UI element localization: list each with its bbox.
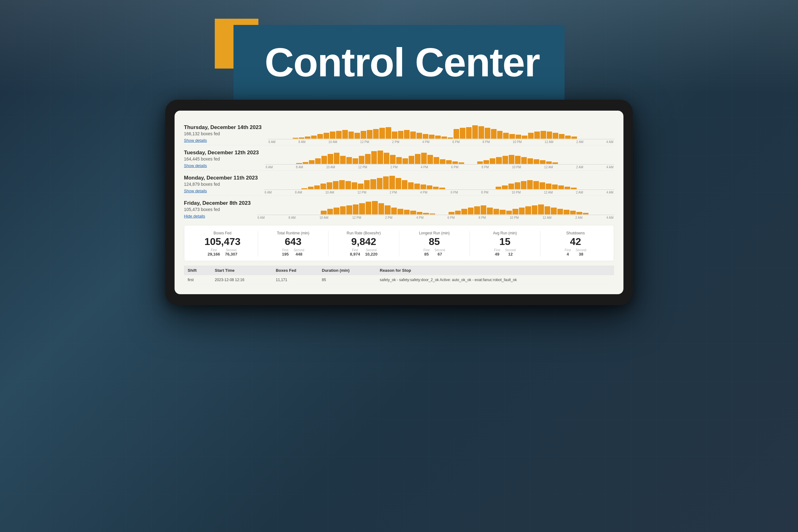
chart-info: Monday, December 11th 2023 124,879 boxes… [184,175,258,193]
stat-sub-item: Second 12 [505,248,516,256]
bar [528,133,534,138]
bar [446,160,452,164]
bar [396,157,402,164]
bar [309,160,315,164]
chart-bars-area: 6 AM8 AM10 AM12 PM2 PM4 PM6 PM8 PM10 PM1… [257,201,614,218]
chart-show-details-link[interactable]: Show details [184,163,207,168]
stat-value: 42 [544,236,608,247]
chart-show-details-link[interactable]: Hide details [184,214,205,218]
bar [370,179,376,189]
bar [521,157,527,164]
bar [340,156,346,164]
time-label: 12 AM [545,140,553,144]
bar [491,129,497,139]
stat-sub-value: 67 [438,252,442,256]
stat-sub-item: First 195 [282,248,289,256]
chart-date: Friday, December 8th 2023 [184,200,251,206]
bar [404,210,410,214]
bar [433,187,439,189]
stat-sub-value: 38 [579,252,583,256]
chart-time-labels: 6 AM8 AM10 AM12 PM2 PM4 PM6 PM8 PM10 PM1… [264,191,614,194]
bar [317,134,323,139]
bar [448,137,453,139]
bar [415,154,420,164]
bar [435,136,441,139]
bars-container [264,176,614,190]
stat-item: Boxes Fed 105,473 First 29,166 Second 76… [187,231,258,256]
bar [397,209,403,214]
time-label: 12 PM [358,166,367,169]
stat-sub-label: First [565,248,571,252]
time-label: 2 PM [390,166,397,169]
bar [528,158,533,164]
chart-boxes: 124,879 boxes fed [184,182,258,187]
bar [392,132,397,138]
bar [359,156,364,164]
bar [539,182,545,189]
table-cell: 2023-12-08 12:16 [211,275,272,285]
bar [402,180,407,189]
chart-date: Tuesday, December 12th 2023 [184,150,259,156]
bar [509,155,514,164]
stat-sub: First 29,166 Second 76,307 [190,248,255,256]
table-row: first2023-12-08 12:1611,17185safety_ok -… [184,275,614,285]
bar [346,205,352,214]
time-label: 6 AM [266,166,273,169]
chart-row: Monday, December 11th 2023 124,879 boxes… [184,170,614,196]
stat-item: Avg Run (min) 15 First 49 Second 12 [470,231,540,256]
bar [430,213,435,214]
time-label: 4 AM [606,166,613,169]
chart-bars-area: 6 AM8 AM10 AM12 PM2 PM4 PM6 PM8 PM10 PM1… [264,176,614,193]
bar [552,185,558,189]
bar [478,126,484,138]
bar [293,138,298,138]
bar [414,184,420,189]
bar [420,185,426,189]
stat-value: 105,473 [190,236,255,247]
bar [576,212,582,214]
stat-label: Shutdowns [544,231,608,235]
time-label: 4 PM [422,140,429,144]
bar [408,156,414,164]
bar [515,156,520,164]
bar [521,181,527,189]
bar [565,136,571,139]
chart-info: Thursday, December 14th 2023 166,132 box… [184,125,262,143]
chart-show-details-link[interactable]: Show details [184,189,207,193]
time-label: 12 AM [543,216,551,220]
bar [434,157,439,164]
bar [533,181,539,189]
bar [481,205,487,214]
chart-show-details-link[interactable]: Show details [184,138,207,143]
bar [461,209,467,214]
bar [342,130,348,138]
bar [497,131,503,139]
time-label: 2 AM [575,216,583,220]
bar [477,162,483,164]
time-label: 6 AM [268,140,276,144]
stat-sub-item: Second 38 [576,248,586,256]
stat-sub-label: First [350,248,360,252]
bar [503,133,509,138]
bar [441,136,447,138]
bar [371,151,377,164]
time-label: 8 PM [481,166,489,169]
bar [428,155,433,164]
bar [502,156,508,164]
bar [333,181,339,189]
bar [487,208,493,214]
bar [366,202,372,214]
stat-sub-label: Second [505,248,516,252]
chart-row: Tuesday, December 12th 2023 164,445 boxe… [184,145,614,170]
bar [377,178,382,189]
stat-sub: First 49 Second 12 [473,248,537,256]
bar [427,186,432,189]
bar [540,160,546,164]
stat-sub-label: Second [293,248,304,252]
stat-sub: First 4 Second 38 [544,248,608,256]
time-label: 10 PM [512,191,520,194]
bar [570,211,576,214]
bar [410,211,416,214]
bar [500,210,506,214]
bar [516,135,521,138]
